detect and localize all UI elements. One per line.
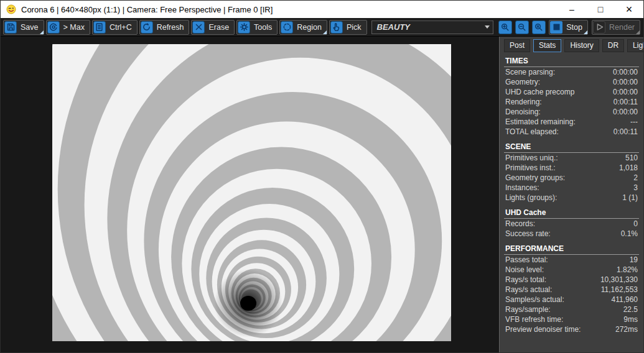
stat-row: Denoising:0:00:00 [504, 107, 639, 117]
stat-value: 19 [630, 255, 638, 265]
region-icon [281, 21, 293, 34]
dropdown-corner-icon [584, 30, 587, 34]
tab-history[interactable]: History [564, 39, 599, 52]
stat-row: Samples/s actual:411,960 [504, 295, 639, 305]
stat-row: Estimated remaining:--- [504, 117, 639, 127]
corona-logo-icon [47, 21, 60, 34]
stat-row: Geometry groups:2 [504, 173, 639, 183]
tab-lightmix[interactable]: LightMix [627, 39, 643, 52]
stat-row: Primitives inst.:1,018 [504, 163, 639, 173]
toolbar-button-erase[interactable]: Erase [191, 20, 235, 35]
toolbar-button-copy[interactable]: Ctrl+C [92, 20, 138, 35]
chevron-down-icon [482, 25, 493, 29]
stat-value: 0:00:11 [614, 127, 638, 137]
stat-label: VFB refresh time: [505, 314, 563, 324]
maximize-button[interactable]: □ [586, 1, 615, 18]
stat-row: Passes total:19 [504, 255, 639, 265]
render-viewport [1, 37, 499, 353]
tab-dr[interactable]: DR [602, 39, 624, 52]
erase-icon [192, 21, 205, 34]
stat-value: 0 [633, 219, 638, 229]
toolbar-button-label: Pick [347, 23, 362, 32]
dropdown-corner-icon [323, 30, 327, 34]
stat-value: 0:00:00 [613, 77, 638, 87]
stop-button[interactable]: Stop [549, 20, 588, 35]
minimize-icon: – [569, 4, 574, 14]
stat-value: 510 [625, 153, 638, 163]
tab-stats[interactable]: Stats [533, 39, 561, 52]
stat-label: Samples/s actual: [505, 295, 564, 305]
stat-label: Rendering: [505, 97, 542, 107]
stat-value: 1 (1) [622, 193, 638, 203]
stat-row: Rendering:0:00:11 [504, 97, 639, 107]
toolbar-button-refresh[interactable]: Refresh [139, 20, 190, 35]
render-image [52, 44, 451, 341]
stat-label: Records: [505, 219, 535, 229]
stat-value: 9ms [623, 314, 638, 324]
section-title: TIMES [504, 57, 639, 67]
refresh-icon [141, 21, 153, 34]
stat-row: Preview denoiser time:272ms [504, 324, 639, 334]
stats-section: UHD CacheRecords:0Success rate:0.1% [504, 208, 639, 239]
close-icon: × [626, 3, 633, 16]
close-button[interactable]: × [615, 1, 643, 18]
stat-label: Rays/s total: [505, 275, 546, 285]
stat-value: 411,960 [612, 295, 638, 305]
stat-row: Lights (groups):1 (1) [504, 193, 639, 203]
stat-label: Rays/sample: [505, 305, 551, 314]
stat-label: Instances: [505, 183, 539, 193]
stat-value: 0:00:00 [613, 67, 638, 77]
stat-value: --- [630, 117, 638, 127]
render-canvas[interactable] [52, 44, 451, 341]
zoom-reset-icon [532, 21, 546, 34]
toolbar-button-label: Refresh [157, 23, 184, 32]
section-title: SCENE [504, 142, 639, 153]
stat-label: Geometry: [505, 77, 540, 87]
stats-section: PERFORMANCEPasses total:19Noise level:1.… [504, 244, 639, 334]
toolbar-button-save[interactable]: Save [3, 20, 44, 35]
panel-tabs: PostStatsHistoryDRLightMix [504, 39, 639, 52]
stat-row: Noise level:1.82% [504, 265, 639, 275]
stat-label: Denoising: [505, 107, 541, 117]
stats-section: TIMESScene parsing:0:00:00Geometry:0:00:… [504, 57, 639, 137]
stat-label: UHD cache precomp [505, 87, 574, 97]
toolbar-button-corona-logo[interactable]: > Max [46, 20, 90, 35]
stat-value: 11,162,553 [601, 285, 638, 295]
tab-post[interactable]: Post [504, 39, 530, 52]
stat-label: Lights (groups): [505, 193, 557, 203]
stat-row: UHD cache precomp0:00:00 [504, 87, 639, 97]
render-pass-select[interactable]: BEAUTY [371, 21, 493, 34]
stat-row: Geometry:0:00:00 [504, 77, 639, 87]
window-controls: –□× [558, 1, 643, 18]
window-titlebar: Corona 6 | 640×480px (1:1) | Camera: Fre… [1, 1, 643, 18]
tools-gear-icon [238, 21, 250, 34]
copy-icon [93, 21, 106, 34]
stat-label: Primitives uniq.: [505, 153, 558, 163]
zoom-out-button[interactable] [515, 20, 530, 35]
stat-label: Primitives inst.: [505, 163, 556, 173]
stat-row: TOTAL elapsed:0:00:11 [504, 127, 639, 137]
toolbar-button-region[interactable]: Region [279, 20, 327, 35]
toolbar-button-label: Ctrl+C [110, 23, 132, 32]
toolbar: Save> MaxCtrl+CRefreshEraseToolsRegionPi… [1, 18, 643, 37]
window-title: Corona 6 | 640×480px (1:1) | Camera: Fre… [21, 5, 273, 14]
stat-label: Success rate: [505, 229, 551, 239]
zoom-reset-button[interactable] [531, 20, 546, 35]
stat-value: 3 [633, 183, 638, 193]
stop-icon [550, 21, 562, 34]
toolbar-button-tools-gear[interactable]: Tools [236, 20, 278, 35]
toolbar-right-group: Stop Render [549, 20, 640, 35]
stat-label: TOTAL elapsed: [505, 127, 559, 137]
toolbar-button-pick-hand[interactable]: Pick [329, 20, 367, 35]
stat-row: Instances:3 [504, 183, 639, 193]
stat-label: Preview denoiser time: [505, 324, 581, 334]
toolbar-button-label: Tools [254, 23, 272, 32]
zoom-out-icon [515, 21, 529, 34]
render-button[interactable]: Render [592, 20, 640, 35]
minimize-button[interactable]: – [558, 1, 586, 18]
stat-value: 1,018 [619, 163, 638, 173]
stats-section: SCENEPrimitives uniq.:510Primitives inst… [504, 142, 639, 203]
stop-button-label: Stop [566, 23, 582, 32]
pick-hand-icon [330, 21, 343, 34]
zoom-in-button[interactable] [498, 20, 513, 35]
